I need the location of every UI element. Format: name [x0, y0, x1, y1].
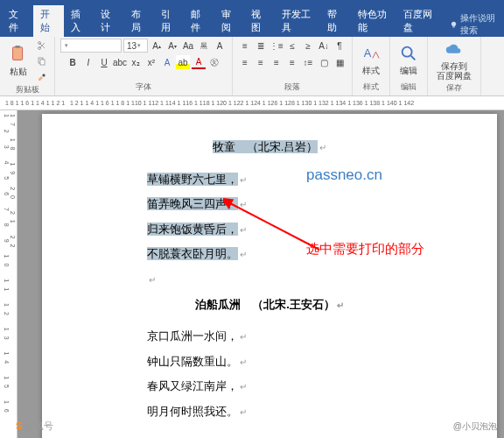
multilevel-button[interactable]: ⋮≡	[270, 39, 284, 53]
tab-review[interactable]: 审阅	[214, 5, 244, 37]
paragraph-label: 段落	[284, 81, 300, 94]
svg-text:A: A	[364, 46, 372, 59]
copy-icon	[37, 56, 47, 67]
shrink-font-button[interactable]: A▾	[165, 39, 179, 53]
poem2-line2[interactable]: 钟山只隔数重山。↵	[147, 350, 410, 375]
page-area[interactable]: 牧童 （北宋.吕岩）↵ 草铺横野六七里，↵ 笛弄晚风三四声。↵ 归来饱饭黄昏后，…	[18, 110, 504, 438]
subscript-button[interactable]: x₂	[129, 55, 143, 69]
indent-dec-button[interactable]: ≤	[285, 39, 299, 53]
borders-button[interactable]: ▦	[332, 55, 346, 69]
styles-button[interactable]: A 样式	[358, 42, 384, 79]
align-left-button[interactable]: ≡	[238, 55, 252, 69]
superscript-button[interactable]: x²	[144, 55, 158, 69]
baidu-group-label: 保存	[446, 82, 462, 95]
svg-rect-0	[13, 47, 23, 60]
highlight-button[interactable]: ab	[176, 55, 190, 69]
enclose-button[interactable]: ㊛	[207, 55, 221, 69]
svg-rect-1	[15, 46, 19, 48]
font-label: 字体	[136, 81, 151, 94]
tab-mail[interactable]: 邮件	[184, 5, 214, 37]
phonetic-button[interactable]: 黑	[197, 39, 211, 53]
tab-view[interactable]: 视图	[244, 5, 274, 37]
group-paragraph: ≡ ≣ ⋮≡ ≤ ≥ A↓ ¶ ≡ ≡ ≡ ≡ ↕≡ ▢ ▦ 段落	[233, 37, 353, 95]
styles-icon: A	[361, 44, 381, 63]
group-baidu: 保存到 百度网盘 保存	[428, 37, 481, 95]
styles-group-label: 样式	[363, 81, 379, 94]
editing-button[interactable]: 编辑	[396, 42, 422, 79]
poem2-line1[interactable]: 京口瓜洲一水间，↵	[147, 324, 410, 350]
copy-button[interactable]	[35, 54, 49, 68]
poem2-title[interactable]: 泊船瓜洲 （北宋.王安石）↵	[130, 293, 410, 318]
author-watermark: @小贝泡泡	[453, 420, 497, 433]
tell-me-search[interactable]: 操作说明搜索	[450, 12, 504, 37]
format-painter-button[interactable]	[35, 70, 49, 84]
italic-button[interactable]: I	[81, 55, 95, 69]
bold-button[interactable]: B	[66, 55, 80, 69]
text-effects-button[interactable]: A	[160, 55, 174, 69]
change-case-button[interactable]: Aa	[181, 39, 195, 53]
marks-button[interactable]: ¶	[332, 39, 346, 53]
vertical-ruler[interactable]: 1 2 3 4 5 6 7 8 9 10 11 12 13 14 15 16 1…	[0, 110, 18, 438]
line-spacing-button[interactable]: ↕≡	[301, 55, 315, 69]
sort-button[interactable]: A↓	[317, 39, 331, 53]
tab-dev[interactable]: 开发工具	[275, 5, 321, 37]
underline-button[interactable]: U	[97, 55, 111, 69]
numbering-button[interactable]: ≣	[254, 39, 268, 53]
tab-layout[interactable]: 布局	[124, 5, 154, 37]
brush-icon	[37, 72, 47, 82]
clipboard-label: 剪贴板	[16, 84, 39, 96]
search-placeholder: 操作说明搜索	[460, 12, 504, 37]
grow-font-button[interactable]: A▴	[150, 39, 164, 53]
shading-button[interactable]: ▢	[317, 55, 331, 69]
ribbon: 粘贴 剪贴板 ▾ 13▾ A▴ A▾ Aa 黑 A B I	[0, 37, 504, 96]
tab-design[interactable]: 设计	[94, 5, 123, 37]
justify-button[interactable]: ≡	[285, 55, 299, 69]
poem2-line3[interactable]: 春风又绿江南岸，↵	[147, 374, 410, 399]
group-clipboard: 粘贴 剪贴板	[0, 37, 55, 95]
tab-home[interactable]: 开始	[33, 5, 63, 37]
paste-label: 粘贴	[10, 66, 27, 78]
tab-file[interactable]: 文件	[0, 5, 33, 37]
find-icon	[399, 44, 418, 63]
group-font: ▾ 13▾ A▴ A▾ Aa 黑 A B I U abc x₂ x² A ab …	[55, 37, 233, 95]
group-editing: 编辑 编辑	[390, 37, 428, 95]
font-color-button[interactable]: A	[192, 55, 206, 69]
document-page[interactable]: 牧童 （北宋.吕岩）↵ 草铺横野六七里，↵ 笛弄晚风三四声。↵ 归来饱饭黄昏后，…	[42, 114, 497, 438]
poem1-line2[interactable]: 笛弄晚风三四声。↵	[147, 192, 410, 217]
poem2-line4[interactable]: 明月何时照我还。↵	[147, 399, 410, 425]
poem1-title[interactable]: 牧童 （北宋.吕岩）↵	[130, 135, 410, 160]
lightbulb-icon	[450, 20, 458, 30]
bullets-button[interactable]: ≡	[238, 39, 252, 53]
tab-special[interactable]: 特色功能	[351, 5, 397, 37]
clear-format-button[interactable]: A	[213, 39, 227, 53]
strike-button[interactable]: abc	[113, 55, 127, 69]
indent-inc-button[interactable]: ≥	[301, 39, 315, 53]
align-right-button[interactable]: ≡	[270, 55, 284, 69]
baidu-save-label: 保存到 百度网盘	[437, 61, 472, 81]
cut-button[interactable]	[35, 39, 49, 53]
align-center-button[interactable]: ≡	[254, 55, 268, 69]
workspace: 1 2 3 4 5 6 7 8 9 10 11 12 13 14 15 16 1…	[0, 110, 504, 438]
baidu-save-button[interactable]: 保存到 百度网盘	[433, 39, 475, 82]
styles-label: 样式	[362, 65, 380, 77]
sohu-watermark: S 搜狐号	[16, 420, 53, 433]
font-family-select[interactable]: ▾	[60, 39, 122, 53]
ribbon-tabs: 文件 开始 插入 设计 布局 引用 邮件 审阅 视图 开发工具 帮助 特色功能 …	[0, 18, 504, 37]
tab-baidu[interactable]: 百度网盘	[396, 5, 443, 37]
horizontal-ruler[interactable]: 1 8 1 1 6 1 1 4 1 1 2 1 1 2 1 1 4 1 1 6 …	[0, 96, 504, 110]
font-size-select[interactable]: 13▾	[123, 39, 148, 53]
tab-help[interactable]: 帮助	[320, 5, 350, 37]
svg-rect-5	[40, 60, 45, 65]
cut-icon	[37, 40, 47, 51]
paste-icon	[9, 45, 28, 64]
paste-button[interactable]: 粘贴	[5, 43, 32, 80]
font-size-value: 13	[127, 41, 136, 51]
cloud-icon	[444, 40, 464, 60]
blank-line[interactable]: ↵	[147, 267, 410, 293]
annotation-url: passneo.cn	[306, 166, 382, 184]
tab-references[interactable]: 引用	[154, 5, 184, 37]
tab-insert[interactable]: 插入	[64, 5, 94, 37]
editing-label: 编辑	[400, 65, 417, 77]
poem1-line3[interactable]: 归来饱饭黄昏后，↵	[147, 217, 410, 243]
group-styles: A 样式 样式	[353, 37, 390, 95]
